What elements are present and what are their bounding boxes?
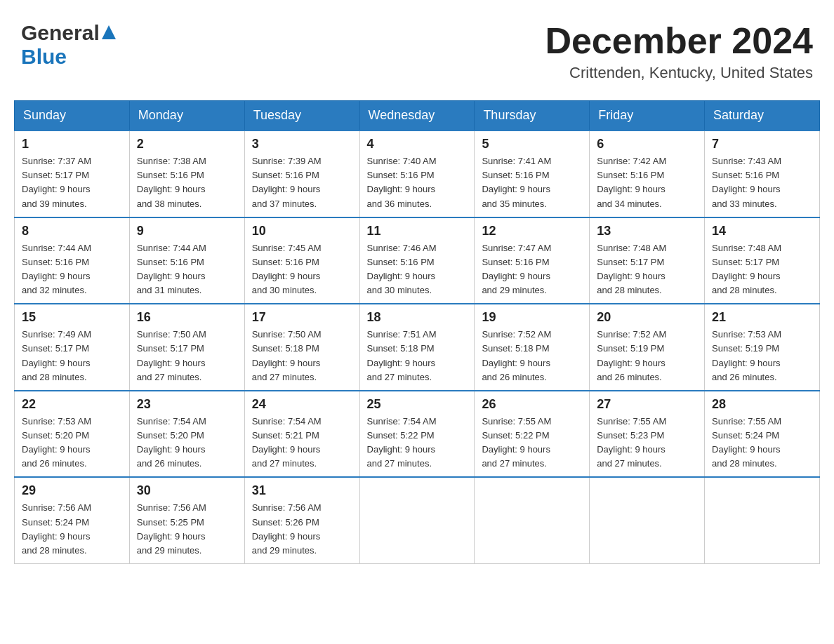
- month-title: December 2024: [545, 21, 813, 61]
- day-number: 19: [482, 310, 582, 325]
- day-info: Sunrise: 7:43 AM Sunset: 5:16 PM Dayligh…: [712, 154, 812, 211]
- table-row: 23 Sunrise: 7:54 AM Sunset: 5:20 PM Dayl…: [129, 391, 244, 478]
- table-row: 13 Sunrise: 7:48 AM Sunset: 5:17 PM Dayl…: [590, 217, 705, 304]
- day-number: 17: [252, 310, 352, 325]
- day-number: 12: [482, 224, 582, 239]
- day-info: Sunrise: 7:55 AM Sunset: 5:22 PM Dayligh…: [482, 415, 582, 471]
- location-title: Crittenden, Kentucky, United States: [545, 64, 813, 82]
- table-row: 29 Sunrise: 7:56 AM Sunset: 5:24 PM Dayl…: [15, 477, 130, 563]
- day-info: Sunrise: 7:41 AM Sunset: 5:16 PM Dayligh…: [482, 154, 582, 211]
- table-row: 26 Sunrise: 7:55 AM Sunset: 5:22 PM Dayl…: [475, 391, 590, 478]
- day-info: Sunrise: 7:54 AM Sunset: 5:20 PM Dayligh…: [137, 415, 237, 471]
- table-row: 27 Sunrise: 7:55 AM Sunset: 5:23 PM Dayl…: [590, 391, 705, 478]
- day-number: 21: [712, 310, 812, 325]
- day-number: 16: [137, 310, 237, 325]
- table-row: 21 Sunrise: 7:53 AM Sunset: 5:19 PM Dayl…: [705, 304, 820, 391]
- table-row: 30 Sunrise: 7:56 AM Sunset: 5:25 PM Dayl…: [129, 477, 244, 563]
- title-section: December 2024 Crittenden, Kentucky, Unit…: [545, 21, 813, 82]
- day-number: 14: [712, 224, 812, 239]
- svg-marker-0: [102, 25, 116, 39]
- day-number: 7: [712, 137, 812, 152]
- col-monday: Monday: [129, 101, 244, 131]
- table-row: 20 Sunrise: 7:52 AM Sunset: 5:19 PM Dayl…: [590, 304, 705, 391]
- col-thursday: Thursday: [475, 101, 590, 131]
- calendar-table: Sunday Monday Tuesday Wednesday Thursday…: [14, 100, 820, 564]
- day-info: Sunrise: 7:53 AM Sunset: 5:19 PM Dayligh…: [712, 328, 812, 384]
- table-row: [590, 477, 705, 563]
- col-saturday: Saturday: [705, 101, 820, 131]
- day-info: Sunrise: 7:50 AM Sunset: 5:18 PM Dayligh…: [252, 328, 352, 384]
- logo-arrow-icon: [100, 24, 117, 42]
- table-row: 3 Sunrise: 7:39 AM Sunset: 5:16 PM Dayli…: [244, 130, 359, 217]
- table-row: 10 Sunrise: 7:45 AM Sunset: 5:16 PM Dayl…: [244, 217, 359, 304]
- col-wednesday: Wednesday: [359, 101, 475, 131]
- day-number: 30: [137, 483, 237, 498]
- calendar-week-row: 22 Sunrise: 7:53 AM Sunset: 5:20 PM Dayl…: [15, 391, 820, 478]
- day-info: Sunrise: 7:56 AM Sunset: 5:25 PM Dayligh…: [137, 501, 237, 558]
- day-info: Sunrise: 7:56 AM Sunset: 5:26 PM Dayligh…: [252, 501, 352, 558]
- day-info: Sunrise: 7:47 AM Sunset: 5:16 PM Dayligh…: [482, 241, 582, 298]
- day-info: Sunrise: 7:42 AM Sunset: 5:16 PM Dayligh…: [597, 154, 697, 211]
- day-number: 18: [367, 310, 468, 325]
- day-number: 23: [137, 397, 237, 412]
- table-row: [475, 477, 590, 563]
- day-number: 26: [482, 397, 582, 412]
- day-info: Sunrise: 7:46 AM Sunset: 5:16 PM Dayligh…: [367, 241, 468, 298]
- day-info: Sunrise: 7:54 AM Sunset: 5:21 PM Dayligh…: [252, 415, 352, 471]
- table-row: 6 Sunrise: 7:42 AM Sunset: 5:16 PM Dayli…: [590, 130, 705, 217]
- table-row: [359, 477, 475, 563]
- table-row: 12 Sunrise: 7:47 AM Sunset: 5:16 PM Dayl…: [475, 217, 590, 304]
- logo-general: General: [21, 21, 100, 45]
- logo: General Blue: [21, 21, 117, 69]
- day-number: 3: [252, 137, 352, 152]
- day-number: 13: [597, 224, 697, 239]
- table-row: 18 Sunrise: 7:51 AM Sunset: 5:18 PM Dayl…: [359, 304, 475, 391]
- day-info: Sunrise: 7:55 AM Sunset: 5:23 PM Dayligh…: [597, 415, 697, 471]
- day-number: 9: [137, 224, 237, 239]
- calendar-week-row: 15 Sunrise: 7:49 AM Sunset: 5:17 PM Dayl…: [15, 304, 820, 391]
- calendar-header-row: Sunday Monday Tuesday Wednesday Thursday…: [15, 101, 820, 131]
- day-info: Sunrise: 7:39 AM Sunset: 5:16 PM Dayligh…: [252, 154, 352, 211]
- table-row: 16 Sunrise: 7:50 AM Sunset: 5:17 PM Dayl…: [129, 304, 244, 391]
- table-row: 7 Sunrise: 7:43 AM Sunset: 5:16 PM Dayli…: [705, 130, 820, 217]
- day-number: 4: [367, 137, 468, 152]
- day-info: Sunrise: 7:49 AM Sunset: 5:17 PM Dayligh…: [22, 328, 122, 384]
- table-row: 15 Sunrise: 7:49 AM Sunset: 5:17 PM Dayl…: [15, 304, 130, 391]
- col-friday: Friday: [590, 101, 705, 131]
- day-info: Sunrise: 7:52 AM Sunset: 5:18 PM Dayligh…: [482, 328, 582, 384]
- day-info: Sunrise: 7:44 AM Sunset: 5:16 PM Dayligh…: [22, 241, 122, 298]
- day-number: 28: [712, 397, 812, 412]
- table-row: 9 Sunrise: 7:44 AM Sunset: 5:16 PM Dayli…: [129, 217, 244, 304]
- day-number: 11: [367, 224, 468, 239]
- calendar-week-row: 29 Sunrise: 7:56 AM Sunset: 5:24 PM Dayl…: [15, 477, 820, 563]
- calendar-week-row: 1 Sunrise: 7:37 AM Sunset: 5:17 PM Dayli…: [15, 130, 820, 217]
- day-number: 10: [252, 224, 352, 239]
- table-row: 2 Sunrise: 7:38 AM Sunset: 5:16 PM Dayli…: [129, 130, 244, 217]
- day-info: Sunrise: 7:56 AM Sunset: 5:24 PM Dayligh…: [22, 501, 122, 558]
- logo-blue: Blue: [21, 45, 67, 68]
- col-sunday: Sunday: [15, 101, 130, 131]
- table-row: 14 Sunrise: 7:48 AM Sunset: 5:17 PM Dayl…: [705, 217, 820, 304]
- day-info: Sunrise: 7:45 AM Sunset: 5:16 PM Dayligh…: [252, 241, 352, 298]
- table-row: 22 Sunrise: 7:53 AM Sunset: 5:20 PM Dayl…: [15, 391, 130, 478]
- day-number: 15: [22, 310, 122, 325]
- table-row: [705, 477, 820, 563]
- day-number: 2: [137, 137, 237, 152]
- day-number: 29: [22, 483, 122, 498]
- day-number: 1: [22, 137, 122, 152]
- day-number: 24: [252, 397, 352, 412]
- calendar-week-row: 8 Sunrise: 7:44 AM Sunset: 5:16 PM Dayli…: [15, 217, 820, 304]
- table-row: 24 Sunrise: 7:54 AM Sunset: 5:21 PM Dayl…: [244, 391, 359, 478]
- day-number: 5: [482, 137, 582, 152]
- day-number: 25: [367, 397, 468, 412]
- day-number: 22: [22, 397, 122, 412]
- day-number: 8: [22, 224, 122, 239]
- table-row: 17 Sunrise: 7:50 AM Sunset: 5:18 PM Dayl…: [244, 304, 359, 391]
- day-info: Sunrise: 7:54 AM Sunset: 5:22 PM Dayligh…: [367, 415, 468, 471]
- table-row: 4 Sunrise: 7:40 AM Sunset: 5:16 PM Dayli…: [359, 130, 475, 217]
- day-info: Sunrise: 7:37 AM Sunset: 5:17 PM Dayligh…: [22, 154, 122, 211]
- day-info: Sunrise: 7:48 AM Sunset: 5:17 PM Dayligh…: [712, 241, 812, 298]
- day-info: Sunrise: 7:52 AM Sunset: 5:19 PM Dayligh…: [597, 328, 697, 384]
- day-number: 27: [597, 397, 697, 412]
- table-row: 5 Sunrise: 7:41 AM Sunset: 5:16 PM Dayli…: [475, 130, 590, 217]
